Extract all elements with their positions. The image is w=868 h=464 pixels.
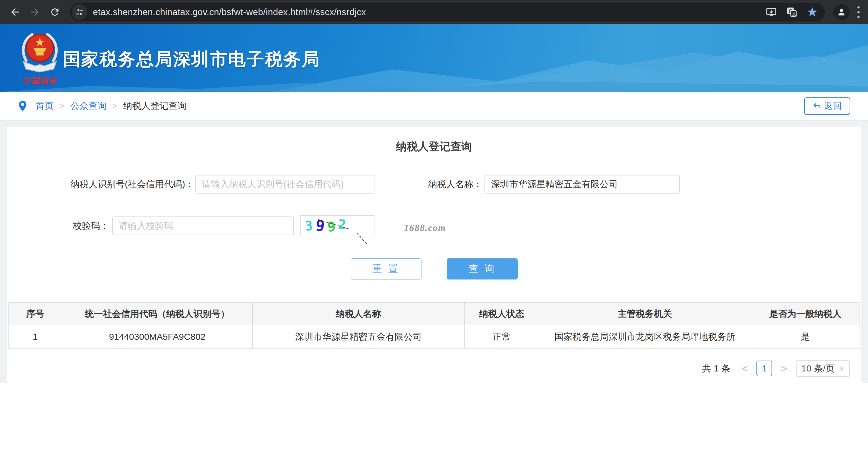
cell-status: 正常 — [465, 325, 539, 348]
return-button[interactable]: 返回 — [804, 97, 850, 115]
breadcrumb-separator: > — [60, 101, 64, 111]
table-header-row: 序号 统一社会信用代码（纳税人识别号） 纳税人名称 纳税人状态 主管税务机关 是… — [9, 303, 860, 325]
captcha-digit: 2 — [338, 218, 347, 231]
location-pin-icon — [18, 100, 27, 112]
url-text[interactable]: etax.shenzhen.chinatax.gov.cn/bsfwt-web/… — [93, 7, 758, 17]
captcha-digit: 3 — [304, 219, 313, 233]
col-header-taxpayer-name: 纳税人名称 — [253, 303, 465, 325]
cell-taxpayer-name: 深圳市华源星精密五金有限公司 — [253, 325, 465, 348]
emblem-caption: 中国税务 — [16, 75, 64, 86]
url-bar[interactable]: etax.shenzhen.chinatax.gov.cn/bsfwt-web/… — [70, 3, 825, 22]
table-row: 1 91440300MA5FA9C802 深圳市华源星精密五金有限公司 正常 国… — [9, 325, 860, 348]
cell-general-taxpayer: 是 — [751, 325, 860, 348]
watermark-text: 1688.com — [404, 222, 446, 234]
taxpayer-id-label: 纳税人识别号(社会信用代码)： — [7, 175, 194, 193]
install-app-icon[interactable] — [764, 5, 778, 19]
col-header-general-taxpayer: 是否为一般纳税人 — [751, 303, 860, 325]
cell-index: 1 — [9, 325, 62, 348]
page-title: 纳税人登记查询 — [7, 139, 861, 154]
result-table: 序号 统一社会信用代码（纳税人识别号） 纳税人名称 纳税人状态 主管税务机关 是… — [8, 302, 860, 348]
footer-space — [0, 383, 868, 464]
browser-menu-icon[interactable] — [855, 4, 863, 20]
return-button-label: 返回 — [824, 100, 842, 112]
query-button[interactable]: 查 询 — [447, 258, 518, 279]
back-icon[interactable] — [7, 4, 23, 20]
captcha-digit: 9 — [315, 218, 325, 234]
next-page-icon[interactable]: > — [778, 363, 790, 374]
prev-page-icon[interactable]: < — [739, 363, 750, 374]
reload-icon[interactable] — [47, 4, 63, 20]
site-title: 国家税务总局深圳市电子税务局 — [63, 48, 320, 71]
site-header: 中国税务 国家税务总局深圳市电子税务局 — [0, 24, 868, 92]
col-header-index: 序号 — [9, 303, 62, 325]
breadcrumb-separator: > — [113, 101, 117, 111]
pagination: 共 1 条 < 1 > 10 条/页 ∨ — [702, 360, 850, 377]
svg-text:文: 文 — [792, 11, 797, 16]
cell-credit-code: 91440300MA5FA9C802 — [62, 325, 253, 348]
site-settings-icon[interactable] — [72, 4, 87, 20]
breadcrumb-home[interactable]: 首页 — [36, 100, 54, 112]
reset-button[interactable]: 重 置 — [351, 258, 422, 279]
forward-icon[interactable] — [27, 4, 43, 20]
page-size-select[interactable]: 10 条/页 ∨ — [796, 360, 850, 377]
translate-icon[interactable]: G 文 — [784, 5, 799, 19]
taxpayer-id-input[interactable] — [195, 175, 374, 193]
tax-emblem: 中国税务 — [16, 28, 64, 86]
taxpayer-name-input[interactable] — [485, 175, 680, 193]
cell-tax-authority: 国家税务总局深圳市龙岗区税务局坪地税务所 — [539, 325, 751, 348]
pagination-total: 共 1 条 — [702, 362, 730, 375]
col-header-tax-authority: 主管税务机关 — [539, 303, 751, 325]
content-zone: 纳税人登记查询 纳税人识别号(社会信用代码)： 纳税人名称： 校验码： 3 9 … — [0, 121, 868, 383]
captcha-input[interactable] — [112, 216, 294, 235]
col-header-credit-code: 统一社会信用代码（纳税人识别号） — [62, 303, 253, 325]
profile-avatar[interactable] — [833, 4, 849, 20]
page-number-button[interactable]: 1 — [756, 361, 772, 376]
taxpayer-name-label: 纳税人名称： — [393, 175, 483, 193]
chevron-down-icon: ∨ — [839, 364, 844, 373]
captcha-digit: 9 — [327, 220, 336, 234]
page-size-value: 10 条/页 — [801, 362, 835, 375]
browser-toolbar: etax.shenzhen.chinatax.gov.cn/bsfwt-web/… — [0, 0, 868, 24]
captcha-label: 校验码： — [7, 216, 109, 235]
query-card: 纳税人登记查询 纳税人识别号(社会信用代码)： 纳税人名称： 校验码： 3 9 … — [7, 127, 861, 383]
breadcrumb-current: 纳税人登记查询 — [123, 100, 186, 112]
col-header-status: 纳税人状态 — [465, 303, 539, 325]
breadcrumb: 首页 > 公众查询 > 纳税人登记查询 返回 — [0, 92, 868, 121]
return-arrow-icon — [812, 102, 822, 111]
breadcrumb-public-query[interactable]: 公众查询 — [70, 100, 106, 112]
captcha-image[interactable]: 3 9 9 2 — [300, 215, 374, 236]
bookmark-star-icon[interactable]: ★ — [805, 5, 819, 19]
